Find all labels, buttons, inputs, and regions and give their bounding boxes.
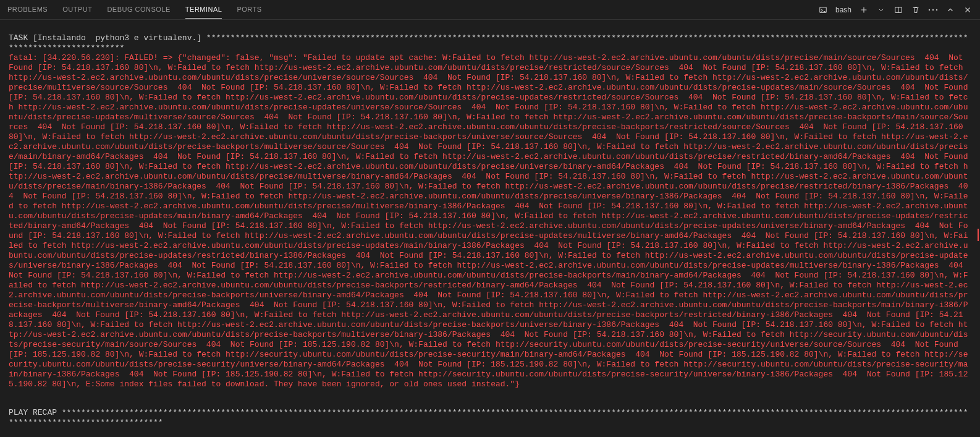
- maximize-panel-icon[interactable]: [945, 5, 955, 15]
- tab-problems[interactable]: PROBLEMS: [7, 1, 48, 19]
- tab-output[interactable]: OUTPUT: [62, 1, 92, 19]
- more-actions-icon[interactable]: [928, 5, 938, 15]
- tab-ports[interactable]: PORTS: [237, 1, 261, 19]
- terminal-profile-icon[interactable]: [818, 5, 828, 15]
- kill-terminal-icon[interactable]: [911, 5, 921, 15]
- terminal-toolbar: bash: [818, 5, 973, 15]
- split-terminal-icon[interactable]: [893, 5, 903, 15]
- tab-debug-console[interactable]: DEBUG CONSOLE: [107, 1, 170, 19]
- chevron-down-icon[interactable]: [876, 5, 886, 15]
- new-terminal-icon[interactable]: [859, 5, 869, 15]
- terminal-output[interactable]: TASK [Instalando python3 e virtualenv.] …: [0, 20, 980, 437]
- panel-tabs: PROBLEMS OUTPUT DEBUG CONSOLE TERMINAL P…: [7, 1, 818, 19]
- ansible-task-header: TASK [Instalando python3 e virtualenv.] …: [9, 33, 968, 53]
- shell-name[interactable]: bash: [835, 6, 851, 14]
- svg-point-2: [929, 9, 930, 10]
- ansible-play-recap-header: PLAY RECAP *****************************…: [9, 408, 971, 428]
- svg-rect-0: [820, 7, 827, 12]
- ansible-fatal-output: fatal: [34.220.56.230]: FAILED! => {"cha…: [9, 53, 973, 389]
- tab-terminal[interactable]: TERMINAL: [185, 1, 222, 19]
- svg-point-4: [936, 9, 937, 10]
- scroll-indicator: [978, 229, 979, 241]
- svg-point-3: [932, 9, 934, 10]
- panel-header: PROBLEMS OUTPUT DEBUG CONSOLE TERMINAL P…: [0, 0, 980, 20]
- close-panel-icon[interactable]: [963, 5, 973, 15]
